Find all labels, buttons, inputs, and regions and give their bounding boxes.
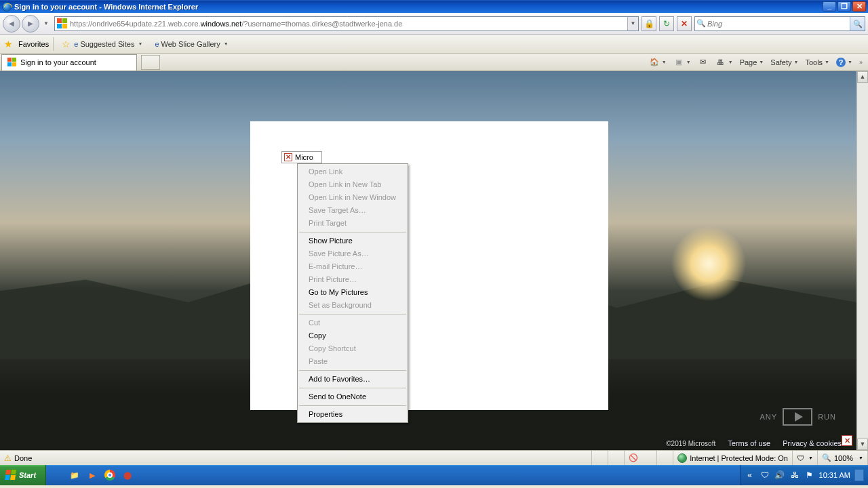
zoom-cell[interactable]: 🔍100%▼ — [818, 451, 868, 465]
ctx-copy-shortcut[interactable]: Copy Shortcut — [298, 342, 408, 355]
tab-favicon-icon — [7, 58, 17, 67]
tools-menu[interactable]: Tools▼ — [802, 57, 832, 68]
printer-icon: 🖶 — [715, 57, 726, 68]
media-taskbar-icon[interactable]: ▶ — [84, 467, 100, 483]
page-content: ✕ Micro Open Link Open Link in New Tab O… — [0, 71, 856, 450]
viewport: ✕ Micro Open Link Open Link in New Tab O… — [0, 71, 868, 450]
zone-text: Internet | Protected Mode: On — [690, 454, 788, 462]
close-button[interactable]: ✕ — [852, 1, 866, 12]
scroll-track[interactable] — [857, 83, 868, 439]
ctx-properties[interactable]: Properties — [298, 408, 408, 421]
protected-mode-dropdown[interactable]: 🛡▼ — [793, 451, 818, 465]
ctx-email-picture[interactable]: E-mail Picture… — [298, 260, 408, 273]
refresh-button[interactable]: ↻ — [659, 16, 674, 31]
home-button[interactable]: 🏠▼ — [646, 56, 669, 69]
minimize-button[interactable]: _ — [823, 1, 836, 12]
help-icon: ? — [836, 58, 846, 67]
ctx-open-link-window[interactable]: Open Link in New Window — [298, 191, 408, 204]
explorer-taskbar-icon[interactable]: 📁 — [66, 467, 83, 483]
ctx-open-link-tab[interactable]: Open Link in New Tab — [298, 178, 408, 191]
url-text[interactable]: https://ondrive654update.z21.web.core.wi… — [70, 19, 627, 28]
page-menu[interactable]: Page▼ — [737, 57, 767, 68]
status-bar: ⚠ Done 🚫 Internet | Protected Mode: On 🛡… — [0, 450, 868, 465]
ie-taskbar-icon[interactable] — [49, 467, 65, 483]
ctx-save-picture[interactable]: Save Picture As… — [298, 247, 408, 260]
overlay-close-button[interactable]: ✕ — [842, 435, 852, 446]
anyrun-watermark: ANYRUN — [760, 408, 836, 426]
star-icon: ★ — [4, 39, 13, 49]
zoom-level: 100% — [834, 454, 853, 462]
web-slice-link[interactable]: e Web Slice Gallery ▼ — [151, 39, 232, 49]
ctx-goto-mypictures[interactable]: Go to My Pictures — [298, 286, 408, 299]
privacy-link[interactable]: Privacy & cookies — [783, 439, 842, 447]
forward-button[interactable]: ► — [22, 15, 39, 33]
security-zone-cell[interactable]: Internet | Protected Mode: On — [673, 451, 793, 465]
tray-volume-icon[interactable]: 🔊 — [774, 470, 785, 481]
popup-blocked-cell[interactable]: 🚫 — [625, 451, 657, 465]
back-button[interactable]: ◄ — [3, 15, 20, 33]
app-taskbar-icon[interactable]: ⬤ — [119, 467, 136, 483]
home-icon: 🏠 — [649, 57, 660, 68]
broken-image[interactable]: ✕ Micro — [281, 151, 322, 163]
scroll-down-button[interactable]: ▼ — [857, 439, 868, 450]
mail-icon: ✉ — [698, 57, 709, 68]
tray-flag-icon[interactable]: ⚑ — [804, 470, 815, 481]
tab-active[interactable]: Sign in to your account — [1, 54, 137, 70]
address-dropdown[interactable]: ▼ — [627, 17, 638, 30]
feeds-button[interactable]: ▣▼ — [671, 56, 694, 69]
taskbar: Start 📁 ▶ ⬤ « 🛡 🔊 🖧 ⚑ 10:31 AM — [0, 465, 868, 485]
overflow-chevron[interactable]: » — [856, 59, 865, 66]
ctx-cut[interactable]: Cut — [298, 317, 408, 329]
ctx-paste[interactable]: Paste — [298, 355, 408, 368]
status-text-cell: ⚠ Done — [0, 451, 592, 465]
ctx-set-background[interactable]: Set as Background — [298, 299, 408, 312]
chrome-taskbar-icon[interactable] — [102, 467, 118, 483]
copyright-text: ©2019 Microsoft — [666, 440, 715, 447]
zoom-icon: 🔍 — [822, 453, 831, 462]
ctx-show-picture[interactable]: Show Picture — [298, 235, 408, 247]
help-button[interactable]: ?▼ — [833, 56, 855, 68]
search-go-button[interactable]: 🔍 — [850, 17, 865, 30]
globe-icon — [677, 453, 687, 463]
lock-icon[interactable]: 🔒 — [642, 16, 656, 31]
star-icon: ☆ — [62, 39, 71, 49]
ctx-save-target[interactable]: Save Target As… — [298, 204, 408, 217]
tab-row: Sign in to your account 🏠▼ ▣▼ ✉ 🖶▼ Page▼… — [0, 54, 868, 71]
ctx-copy[interactable]: Copy — [298, 329, 408, 342]
status-text: Done — [14, 454, 32, 462]
terms-link[interactable]: Terms of use — [728, 439, 770, 447]
ctx-print-target[interactable]: Print Target — [298, 217, 408, 230]
site-favicon-icon — [57, 18, 68, 29]
print-button[interactable]: 🖶▼ — [713, 56, 736, 69]
search-box[interactable]: 🔍 🔍 — [694, 16, 865, 31]
status-cell — [608, 451, 625, 465]
ctx-send-onenote[interactable]: Send to OneNote — [298, 390, 408, 403]
scroll-up-button[interactable]: ▲ — [857, 71, 868, 83]
safety-menu[interactable]: Safety▼ — [768, 57, 801, 68]
tray-security-icon[interactable]: 🛡 — [760, 470, 770, 481]
start-button[interactable]: Start — [0, 465, 46, 485]
page-footer: ©2019 Microsoft Terms of use Privacy & c… — [666, 439, 842, 447]
separator — [53, 37, 54, 51]
popup-icon: 🚫 — [629, 453, 638, 462]
ctx-add-favorites[interactable]: Add to Favorites… — [298, 373, 408, 386]
recent-pages-dropdown[interactable]: ▼ — [43, 20, 52, 26]
vertical-scrollbar[interactable]: ▲ ▼ — [856, 71, 868, 450]
rss-icon: ▣ — [673, 57, 684, 68]
show-desktop-button[interactable] — [854, 469, 864, 481]
address-bar[interactable]: https://ondrive654update.z21.web.core.wi… — [54, 16, 639, 31]
new-tab-button[interactable] — [141, 55, 160, 70]
tray-expand-icon[interactable]: « — [745, 470, 755, 481]
favorites-button[interactable]: Favorites — [18, 40, 49, 48]
tray-network-icon[interactable]: 🖧 — [789, 470, 800, 481]
stop-button[interactable]: ✕ — [677, 16, 692, 31]
ctx-print-picture[interactable]: Print Picture… — [298, 273, 408, 286]
command-bar: 🏠▼ ▣▼ ✉ 🖶▼ Page▼ Safety▼ Tools▼ ?▼ » — [646, 56, 868, 69]
maximize-button[interactable]: ❐ — [837, 1, 851, 12]
search-input[interactable] — [707, 18, 850, 30]
readmail-button[interactable]: ✉ — [695, 56, 711, 69]
suggested-sites-link[interactable]: ☆ e Suggested Sites ▼ — [58, 37, 146, 51]
ctx-open-link[interactable]: Open Link — [298, 165, 408, 178]
play-icon — [783, 408, 812, 426]
tray-clock[interactable]: 10:31 AM — [819, 471, 850, 479]
